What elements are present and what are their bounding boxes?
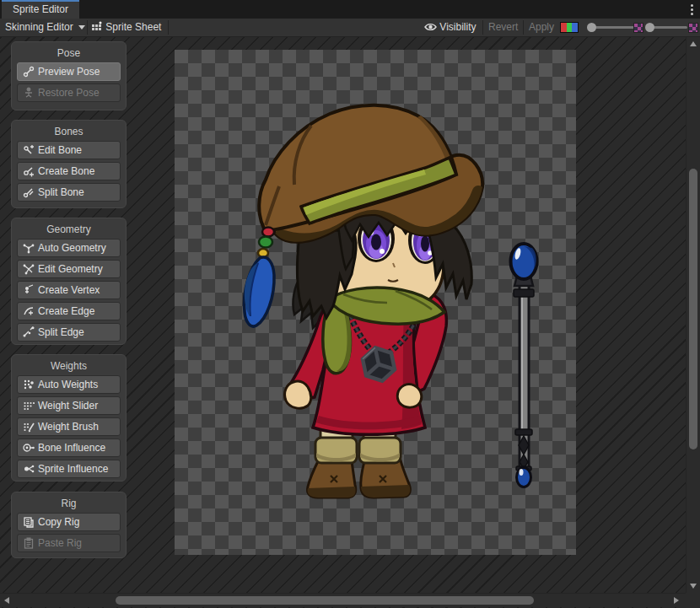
vertical-scrollbar[interactable] [686, 37, 700, 593]
sprite-influence-icon [22, 462, 35, 476]
sprite-sheet-grid-icon [91, 20, 103, 32]
rig-group: Rig Copy Rig Paste Rig [11, 492, 127, 558]
preview-pose-bone-icon [22, 65, 35, 78]
wizard-character-sprite [244, 105, 482, 498]
bone-opacity-slider[interactable] [588, 26, 635, 29]
weights-group: Weights Auto Weights Weight Slider Weigh… [11, 354, 127, 482]
edit-geometry-icon [22, 262, 35, 276]
weight-brush-button[interactable]: Weight Brush [17, 417, 121, 436]
scroll-up-arrow-icon[interactable] [690, 41, 697, 46]
create-bone-button[interactable]: Create Bone [17, 162, 121, 180]
dropdown-arrow-icon [78, 25, 85, 30]
edit-geometry-button[interactable]: Edit Geometry [17, 260, 121, 278]
color-channels-swatch[interactable] [560, 22, 579, 33]
horizontal-scrollbar-thumb[interactable] [116, 596, 534, 605]
preview-pose-button[interactable]: Preview Pose [17, 62, 121, 81]
copy-rig-icon [22, 515, 35, 529]
auto-geometry-icon [22, 241, 35, 255]
mesh-opacity-slider-knob[interactable] [645, 23, 654, 32]
split-bone-button[interactable]: Split Bone [17, 183, 121, 202]
horizontal-scrollbar[interactable] [0, 593, 686, 607]
restore-pose-button[interactable]: Restore Pose [17, 83, 121, 102]
bones-group: Bones Edit Bone Create Bone Split Bone [11, 120, 127, 208]
visibility-button[interactable]: Visibility [424, 19, 476, 36]
restore-pose-figure-icon [22, 86, 35, 100]
paste-rig-button[interactable]: Paste Rig [17, 534, 121, 552]
mesh-opacity-texture-icon [688, 23, 698, 33]
create-bone-icon [22, 164, 35, 178]
copy-rig-button[interactable]: Copy Rig [17, 513, 121, 531]
tab-sprite-editor[interactable]: Sprite Editor [2, 0, 79, 19]
bone-influence-icon [22, 441, 35, 455]
weight-slider-icon [22, 399, 35, 412]
feather-charm [244, 227, 274, 326]
sprite-sheet-button[interactable]: Sprite Sheet [91, 19, 161, 36]
paste-rig-icon [22, 536, 35, 550]
vertical-scrollbar-thumb[interactable] [689, 169, 697, 449]
weight-brush-icon [22, 420, 35, 433]
auto-weights-icon [22, 378, 35, 391]
revert-button[interactable]: Revert [488, 19, 518, 36]
tab-bar: Sprite Editor [0, 0, 700, 19]
scroll-down-arrow-icon[interactable] [690, 584, 697, 589]
pose-group: Pose Preview Pose Restore Pose [11, 41, 127, 110]
split-edge-icon [22, 326, 35, 339]
geometry-group: Geometry Auto Geometry Edit Geometry Cre… [11, 218, 127, 345]
toolbar: Skinning Editor Sprite Sheet Visibility … [0, 19, 700, 37]
create-vertex-icon [22, 283, 35, 297]
eye-icon [424, 22, 437, 32]
editor-main-area: Pose Preview Pose Restore Pose Bones Edi… [0, 37, 700, 608]
staff-sprite [511, 244, 537, 487]
weight-slider-button[interactable]: Weight Slider [17, 396, 121, 415]
kebab-menu-icon[interactable] [691, 4, 693, 15]
scroll-right-arrow-icon[interactable] [674, 597, 679, 604]
mesh-opacity-slider[interactable] [646, 26, 687, 29]
auto-geometry-button[interactable]: Auto Geometry [17, 239, 121, 257]
scrollbar-corner [686, 593, 700, 608]
edit-bone-button[interactable]: Edit Bone [17, 141, 121, 159]
apply-button[interactable]: Apply [529, 19, 554, 36]
bone-influence-button[interactable]: Bone Influence [17, 439, 121, 457]
sprite-canvas[interactable] [175, 50, 576, 555]
create-edge-button[interactable]: Create Edge [17, 302, 121, 320]
bone-opacity-slider-knob[interactable] [587, 23, 596, 32]
skinning-editor-dropdown[interactable]: Skinning Editor [5, 19, 85, 36]
split-edge-button[interactable]: Split Edge [17, 323, 121, 342]
create-edge-icon [22, 304, 35, 318]
split-bone-icon [22, 186, 35, 199]
edit-bone-icon [22, 143, 35, 157]
create-vertex-button[interactable]: Create Vertex [17, 281, 121, 299]
auto-weights-button[interactable]: Auto Weights [17, 375, 121, 394]
scroll-left-arrow-icon[interactable] [4, 597, 9, 604]
bone-opacity-texture-icon [633, 23, 643, 33]
sprite-editor-window: Sprite Editor Skinning Editor Sprite She… [0, 0, 700, 608]
character-sprite [175, 50, 576, 555]
sprite-influence-button[interactable]: Sprite Influence [17, 460, 121, 478]
